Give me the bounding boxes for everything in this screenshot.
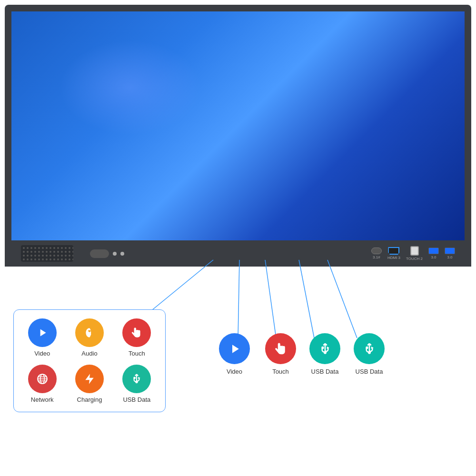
right-touch-label: Touch (272, 368, 289, 375)
speaker-dot (46, 258, 48, 260)
speaker-dot (72, 251, 73, 253)
right-icon-touch: Touch (265, 333, 296, 375)
audio-icon-circle (75, 318, 104, 347)
speaker-dot (34, 251, 36, 253)
speaker-dot (53, 255, 55, 257)
right-icons-row: Video Touch USB Data USB Data (219, 333, 385, 375)
speaker-dot (27, 247, 29, 249)
speaker-dot (38, 258, 40, 260)
speaker-dot (50, 251, 51, 253)
speaker-dot (46, 255, 48, 257)
usbc-label: 3.1# (373, 255, 380, 259)
svg-point-20 (367, 351, 370, 354)
right-usbdata2-label: USB Data (356, 368, 383, 375)
icon-item-network: Network (22, 365, 62, 403)
speaker-dot (72, 255, 73, 257)
audio-label: Audio (81, 350, 97, 357)
svg-marker-5 (40, 329, 46, 336)
right-usbdata1-label: USB Data (311, 368, 339, 375)
speaker-dot (69, 255, 70, 257)
video-icon-circle (28, 318, 57, 347)
charging-icon-circle (75, 365, 104, 393)
right-usbdata2-icon (354, 333, 385, 364)
usbdata-icon-circle (122, 365, 151, 393)
speaker-dot (23, 258, 25, 260)
speaker-dot (34, 258, 36, 260)
led-indicator-2 (120, 252, 124, 256)
usb30a-label: 3.0 (431, 255, 436, 259)
speaker-dot (23, 247, 25, 249)
usba-connector-2 (445, 248, 455, 254)
speaker-dot (69, 251, 70, 253)
speaker-dot (50, 247, 51, 249)
monitor-container: 3.1# HDMI 3 TOUCH 2 3.0 3.0 (0, 0, 476, 267)
svg-point-6 (88, 333, 91, 335)
speaker-dot (30, 251, 32, 253)
speaker-dot (61, 255, 63, 257)
svg-rect-14 (134, 377, 136, 379)
speaker-dot (46, 247, 48, 249)
speaker-dot (53, 251, 55, 253)
speaker-dot (61, 247, 63, 249)
svg-line-2 (265, 260, 276, 338)
ports-row: 3.1# HDMI 3 TOUCH 2 3.0 3.0 (371, 246, 455, 261)
right-video-label: Video (227, 368, 242, 375)
svg-line-3 (299, 260, 314, 338)
speaker-dot (57, 247, 59, 249)
monitor-bottom-bar: 3.1# HDMI 3 TOUCH 2 3.0 3.0 (11, 240, 465, 267)
svg-point-13 (136, 381, 138, 383)
svg-point-17 (323, 351, 326, 354)
right-icon-video: Video (219, 333, 250, 375)
svg-line-1 (238, 260, 239, 338)
touch-icon-circle (122, 318, 151, 347)
port-usb30a: 3.0 (428, 248, 439, 259)
monitor-frame: 3.1# HDMI 3 TOUCH 2 3.0 3.0 (5, 5, 471, 267)
screen-cloud (59, 40, 202, 135)
charging-label: Charging (77, 396, 102, 403)
video-label: Video (34, 350, 50, 357)
speaker-dot (38, 251, 40, 253)
icon-item-charging: Charging (69, 365, 109, 403)
icon-item-usbdata: USB Data (117, 365, 157, 403)
usb30b-label: 3.0 (447, 255, 452, 259)
speaker-dot (27, 255, 29, 257)
speaker-dot (53, 247, 55, 249)
speaker-dot (27, 251, 29, 253)
usbc-connector (371, 248, 382, 254)
speaker-dot (72, 247, 73, 249)
speaker-dot (30, 255, 32, 257)
speaker-dot (61, 251, 63, 253)
network-label: Network (31, 396, 54, 403)
right-touch-icon (265, 333, 296, 364)
hdmi-connector (388, 247, 399, 255)
port-usb30b: 3.0 (445, 248, 455, 259)
right-icon-usbdata1: USB Data (309, 333, 340, 375)
speaker-dot (57, 258, 59, 260)
power-button[interactable] (90, 249, 109, 258)
speaker-dot (69, 258, 70, 260)
speaker-dot (42, 255, 44, 257)
svg-rect-21 (366, 347, 368, 349)
speaker-dot (46, 251, 48, 253)
speaker-dot (57, 251, 59, 253)
speaker-dot (23, 255, 25, 257)
network-icon-circle (28, 365, 57, 393)
icon-item-touch: Touch (117, 318, 157, 357)
usbb-connector (410, 246, 419, 256)
speaker-dot (34, 247, 36, 249)
svg-rect-18 (321, 347, 324, 349)
speaker-dot (38, 247, 40, 249)
speaker-dot (65, 251, 67, 253)
speaker-dot (30, 258, 32, 260)
usba-connector-1 (428, 248, 439, 254)
left-info-box: Video Audio Touch Network Charging USB D… (13, 309, 166, 412)
speaker-dot (38, 255, 40, 257)
speaker-dot (27, 258, 29, 260)
speaker-dots (21, 245, 73, 262)
monitor-screen (11, 11, 465, 240)
speaker-dot (50, 258, 51, 260)
speaker-dot (65, 255, 67, 257)
svg-line-4 (327, 260, 357, 338)
controls-area (90, 249, 124, 258)
speaker-dot (42, 251, 44, 253)
